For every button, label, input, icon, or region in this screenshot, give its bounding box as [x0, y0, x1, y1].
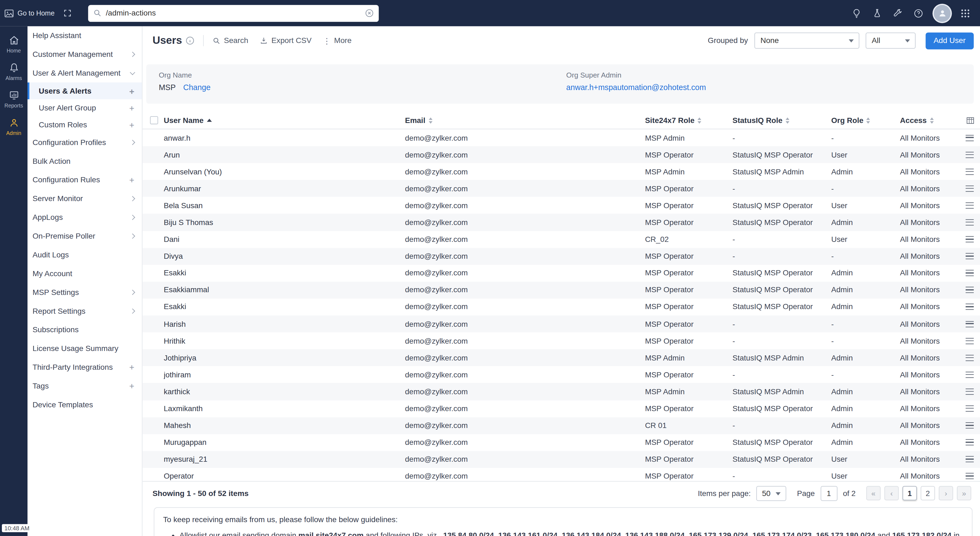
sidebar-item-report-settings[interactable]: Report Settings	[27, 302, 142, 320]
change-org-link[interactable]: Change	[183, 83, 211, 92]
row-menu-icon[interactable]	[966, 185, 974, 192]
sidebar-item-my-account[interactable]: My Account	[27, 264, 142, 283]
lightbulb-icon[interactable]	[851, 8, 862, 19]
table-row[interactable]: Esakkidemo@zylker.comMSP OperatorStatusI…	[142, 265, 980, 282]
table-row[interactable]: Danidemo@zylker.comCR_02-UserAll Monitor…	[142, 231, 980, 247]
user-avatar[interactable]	[934, 5, 951, 22]
super-admin-email-link[interactable]: anwar.h+mspautomation@zohotest.com	[566, 83, 706, 92]
sidebar-item-subscriptions[interactable]: Subscriptions	[27, 320, 142, 339]
sidebar-item-customer-management[interactable]: Customer Management	[27, 45, 142, 63]
sidebar-item-on-premise-poller[interactable]: On-Premise Poller	[27, 227, 142, 246]
sidebar-item-device-templates[interactable]: Device Templates	[27, 395, 142, 414]
help-icon[interactable]	[913, 8, 924, 19]
row-menu-icon[interactable]	[966, 338, 974, 344]
row-menu-icon[interactable]	[966, 321, 974, 327]
scope-select[interactable]: All	[865, 32, 915, 49]
page-button-2[interactable]: 2	[921, 486, 935, 500]
table-row[interactable]: Harishdemo@zylker.comMSP Operator--All M…	[142, 316, 980, 333]
table-row[interactable]: jothiramdemo@zylker.comMSP Operator--All…	[142, 366, 980, 383]
search-button[interactable]: Search	[213, 36, 248, 45]
sidebar-item-bulk-action[interactable]: Bulk Action	[27, 152, 142, 171]
rail-item-home[interactable]: Home	[0, 30, 27, 57]
table-row[interactable]: Arunselvan (You)demo@zylker.comMSP Admin…	[142, 163, 980, 180]
table-row[interactable]: anwar.hdemo@zylker.comMSP Admin--All Mon…	[142, 129, 980, 146]
info-icon[interactable]	[186, 36, 194, 45]
table-row[interactable]: Operatordemo@zylker.comMSP Operator-User…	[142, 468, 980, 481]
row-menu-icon[interactable]	[966, 236, 974, 243]
table-row[interactable]: Bela Susandemo@zylker.comMSP OperatorSta…	[142, 197, 980, 214]
table-row[interactable]: myesuraj_21demo@zylker.comMSP OperatorSt…	[142, 451, 980, 468]
apps-grid-icon[interactable]	[961, 8, 970, 18]
prev-page-button[interactable]: ‹	[885, 486, 899, 500]
table-row[interactable]: Maheshdemo@zylker.comCR 01-AdminAll Moni…	[142, 417, 980, 434]
row-menu-icon[interactable]	[966, 287, 974, 293]
clear-search-icon[interactable]	[365, 9, 374, 17]
rail-item-alarms[interactable]: Alarms	[0, 57, 27, 85]
rail-item-reports[interactable]: Reports	[0, 85, 27, 113]
row-menu-icon[interactable]	[966, 405, 974, 412]
table-row[interactable]: Murugappandemo@zylker.comMSP OperatorSta…	[142, 434, 980, 451]
table-row[interactable]: karthickdemo@zylker.comMSP AdminStatusIQ…	[142, 383, 980, 400]
table-row[interactable]: Divyademo@zylker.comMSP Operator--All Mo…	[142, 248, 980, 265]
table-row[interactable]: Jothipriyademo@zylker.comMSP AdminStatus…	[142, 349, 980, 366]
plus-icon[interactable]: +	[129, 103, 134, 112]
table-row[interactable]: Hrithikdemo@zylker.comMSP Operator--All …	[142, 333, 980, 349]
row-menu-icon[interactable]	[966, 355, 974, 361]
row-menu-icon[interactable]	[966, 372, 974, 378]
table-row[interactable]: Esakkidemo@zylker.comMSP OperatorStatusI…	[142, 298, 980, 316]
rail-item-admin[interactable]: Admin	[0, 113, 27, 140]
table-row[interactable]: Biju S Thomasdemo@zylker.comMSP Operator…	[142, 214, 980, 231]
sidebar-item-server-monitor[interactable]: Server Monitor	[27, 189, 142, 208]
plus-icon[interactable]: +	[129, 363, 134, 372]
plus-icon[interactable]: +	[129, 120, 134, 129]
sidebar-item-applogs[interactable]: AppLogs	[27, 208, 142, 227]
page-button-1[interactable]: 1	[902, 486, 917, 500]
row-menu-icon[interactable]	[966, 456, 974, 463]
add-user-button[interactable]: Add User	[926, 32, 974, 49]
sidebar-item-custom-roles[interactable]: Custom Roles+	[27, 116, 142, 133]
sidebar-item-configuration-rules[interactable]: Configuration Rules+	[27, 171, 142, 189]
last-page-button[interactable]: »	[957, 486, 971, 500]
row-menu-icon[interactable]	[966, 253, 974, 259]
column-user-name[interactable]: User Name	[164, 116, 405, 125]
row-menu-icon[interactable]	[966, 422, 974, 428]
group-by-select[interactable]: None	[754, 32, 859, 49]
row-menu-icon[interactable]	[966, 304, 974, 310]
sidebar-item-users-alerts[interactable]: Users & Alerts+	[27, 82, 142, 99]
row-menu-icon[interactable]	[966, 152, 974, 158]
sidebar-item-help-assistant[interactable]: Help Assistant	[27, 26, 142, 45]
sidebar-item-audit-logs[interactable]: Audit Logs	[27, 246, 142, 264]
row-menu-icon[interactable]	[966, 270, 974, 276]
page-input[interactable]	[821, 486, 837, 501]
sidebar-item-tags[interactable]: Tags+	[27, 377, 142, 395]
row-menu-icon[interactable]	[966, 473, 974, 479]
column-org-role[interactable]: Org Role	[831, 116, 900, 125]
sidebar-item-configuration-profiles[interactable]: Configuration Profiles	[27, 133, 142, 152]
wrench-icon[interactable]	[892, 8, 903, 19]
export-csv-button[interactable]: Export CSV	[259, 36, 312, 45]
sidebar-item-third-party-integrations[interactable]: Third-Party Integrations+	[27, 358, 142, 377]
plus-icon[interactable]: +	[129, 87, 134, 95]
table-row[interactable]: Arundemo@zylker.comMSP OperatorStatusIQ …	[142, 146, 980, 163]
sidebar-item-user-alert-group[interactable]: User Alert Group+	[27, 99, 142, 116]
select-all-checkbox[interactable]	[150, 116, 158, 124]
more-button[interactable]: ⋮ More	[323, 36, 352, 45]
column-chooser-icon[interactable]	[966, 116, 975, 125]
plus-icon[interactable]: +	[129, 176, 134, 184]
table-row[interactable]: Arunkumardemo@zylker.comMSP Operator--Al…	[142, 180, 980, 197]
table-row[interactable]: Laxmikanthdemo@zylker.comMSP OperatorSta…	[142, 400, 980, 417]
row-menu-icon[interactable]	[966, 168, 974, 175]
column-email[interactable]: Email	[405, 116, 645, 125]
column-statusiq-role[interactable]: StatusIQ Role	[733, 116, 831, 125]
plus-icon[interactable]: +	[129, 382, 134, 390]
row-menu-icon[interactable]	[966, 219, 974, 225]
row-menu-icon[interactable]	[966, 389, 974, 395]
items-per-page-select[interactable]: 50	[756, 486, 786, 501]
row-menu-icon[interactable]	[966, 439, 974, 446]
global-search-input[interactable]	[106, 9, 361, 17]
column-access[interactable]: Access	[900, 116, 966, 125]
row-menu-icon[interactable]	[966, 203, 974, 209]
column-site24x7-role[interactable]: Site24x7 Role	[645, 116, 732, 125]
table-row[interactable]: Esakkiammaldemo@zylker.comMSP OperatorSt…	[142, 282, 980, 298]
next-page-button[interactable]: ›	[939, 486, 953, 500]
